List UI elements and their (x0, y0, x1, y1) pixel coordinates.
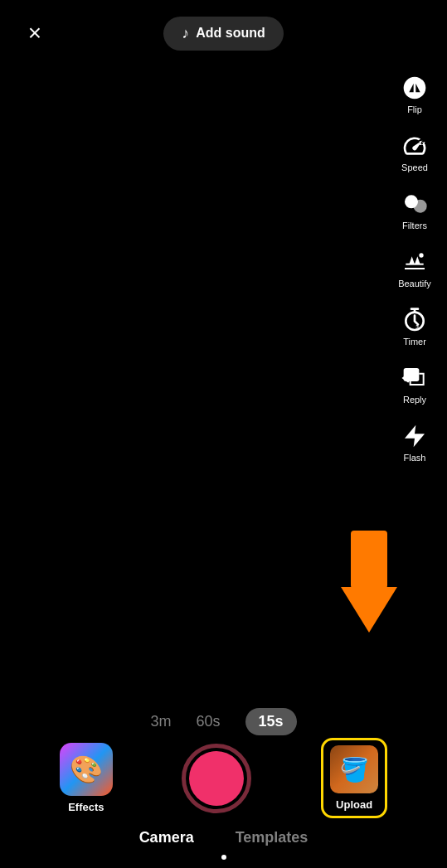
flash-label: Flash (404, 453, 426, 463)
svg-text:3: 3 (415, 324, 419, 330)
right-sidebar: Flip 1x Speed Filters (389, 66, 440, 469)
filters-label: Filters (402, 221, 427, 230)
bottom-actions: 🎨 Effects 🪣 Upload (0, 738, 447, 818)
sidebar-item-flip[interactable]: Flip (389, 66, 440, 121)
flip-label: Flip (407, 104, 422, 114)
reply-icon (400, 363, 430, 393)
svg-text:1x: 1x (419, 140, 425, 146)
effects-button[interactable]: 🎨 Effects (60, 743, 113, 813)
bottom-nav: Camera Templates (0, 826, 447, 860)
close-icon: × (28, 20, 41, 46)
upload-label: Upload (336, 798, 372, 811)
duration-bar: 3m 60s 15s (0, 708, 447, 735)
close-button[interactable]: × (17, 15, 53, 51)
sidebar-item-speed[interactable]: 1x Speed (389, 124, 440, 179)
nav-indicator-dot (221, 855, 226, 860)
sidebar-item-filters[interactable]: Filters (389, 182, 440, 237)
add-sound-button[interactable]: ♪ Add sound (163, 17, 284, 51)
upload-icon: 🪣 (330, 745, 378, 793)
duration-3m[interactable]: 3m (150, 713, 171, 730)
sidebar-item-reply[interactable]: Reply (389, 356, 440, 411)
timer-label: Timer (403, 337, 426, 347)
nav-tabs: Camera Templates (139, 826, 309, 850)
timer-icon: 3 (400, 305, 430, 335)
svg-point-3 (419, 253, 423, 257)
tab-templates[interactable]: Templates (236, 826, 309, 850)
record-button[interactable] (182, 744, 251, 813)
tab-camera[interactable]: Camera (139, 826, 194, 850)
speed-label: Speed (401, 162, 428, 172)
beautify-label: Beautify (398, 279, 431, 289)
filters-icon (400, 189, 430, 219)
reply-label: Reply (403, 395, 426, 405)
arrow-annotation (341, 531, 397, 633)
sidebar-item-flash[interactable]: Flash (389, 415, 440, 469)
sidebar-item-beautify[interactable]: Beautify (389, 240, 440, 295)
speed-icon: 1x (400, 131, 430, 161)
sidebar-item-timer[interactable]: 3 Timer (389, 298, 440, 353)
duration-15s[interactable]: 15s (245, 708, 297, 735)
beautify-icon (400, 247, 430, 277)
flash-icon (400, 421, 430, 451)
music-icon: ♪ (182, 25, 189, 42)
record-inner (189, 751, 244, 806)
upload-button[interactable]: 🪣 Upload (321, 738, 387, 818)
effects-icon: 🎨 (60, 743, 113, 796)
top-bar: × ♪ Add sound (0, 0, 447, 66)
effects-label: Effects (68, 801, 104, 813)
duration-60s[interactable]: 60s (196, 713, 220, 730)
svg-point-2 (414, 200, 427, 213)
flip-icon (400, 73, 430, 103)
add-sound-label: Add sound (196, 26, 265, 41)
